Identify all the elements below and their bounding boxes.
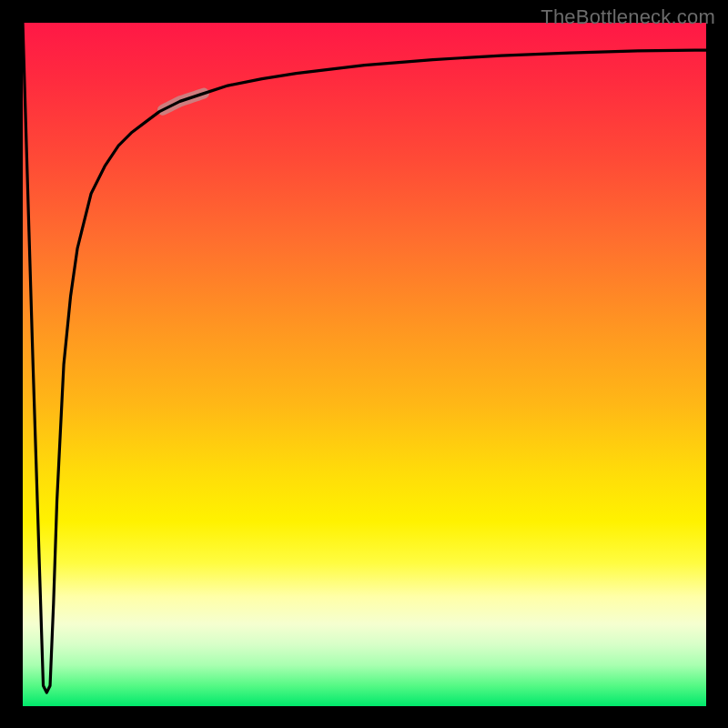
watermark-text: TheBottleneck.com: [541, 5, 715, 29]
curve-series: [23, 23, 706, 693]
plot-frame: [23, 23, 706, 706]
line-chart-svg: [23, 23, 706, 706]
chart-container: TheBottleneck.com: [0, 0, 728, 728]
